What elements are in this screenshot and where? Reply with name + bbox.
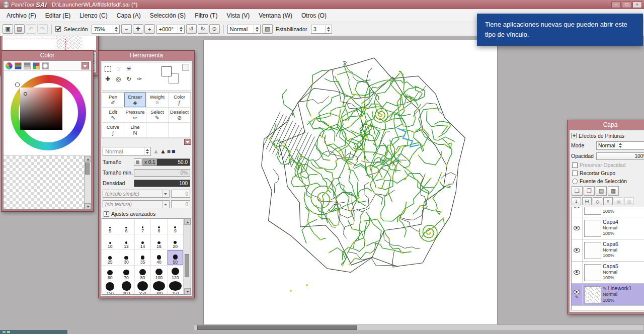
scrollbar-thumb[interactable]	[197, 325, 357, 330]
visibility-eye-icon[interactable]	[574, 248, 580, 253]
new-layer-button[interactable]: ❏	[572, 186, 583, 196]
zoom-select[interactable]: 75%	[92, 25, 120, 34]
brush-size-12[interactable]: 12	[118, 234, 134, 250]
magic-wand-icon[interactable]: ✳	[124, 64, 133, 73]
lasso-icon[interactable]: ◌	[114, 64, 123, 73]
tool-color[interactable]: Colorƒ	[169, 93, 191, 108]
brush-size-100[interactable]: 100	[151, 266, 167, 281]
brush-size-14[interactable]: 14	[135, 234, 151, 250]
zoom-out-button[interactable]: −	[121, 24, 132, 34]
tool-pressure[interactable]: Pressure✏	[124, 108, 146, 123]
brush-size-150[interactable]: 150	[102, 281, 118, 294]
brush-size-50[interactable]: 50	[168, 250, 184, 266]
eyedropper-icon[interactable]: ✑	[135, 74, 144, 84]
layer-option-2[interactable]: Fuente de Selección	[572, 178, 644, 185]
minimize-button[interactable]: –	[611, 2, 621, 8]
tool-curve[interactable]: Curveʃ	[102, 123, 124, 138]
layer-item-capa4[interactable]: Capa4Normal100%	[572, 217, 644, 239]
scroll-up-icon[interactable]	[184, 219, 191, 225]
tool-weight[interactable]: Weight≡	[146, 93, 169, 108]
brush-size-6[interactable]: 6	[118, 219, 134, 234]
menu-item-4[interactable]: Selección (S)	[145, 12, 190, 19]
color-mixer-tab[interactable]	[42, 62, 49, 69]
layer-item-capa6[interactable]: Capa6Normal100%	[572, 239, 644, 262]
rotate-reset-button[interactable]: ⊙	[209, 24, 220, 34]
menu-item-8[interactable]: Otros (O)	[297, 12, 331, 19]
title-bar[interactable]: PaintTool SAI D:\LauncherWLA\ffdsfdfsdf.…	[0, 0, 644, 9]
spinner-icon[interactable]	[254, 25, 260, 33]
scrollbar-thumb[interactable]	[85, 162, 90, 175]
maximize-button[interactable]: □	[622, 2, 631, 8]
brush-size-120[interactable]: 120	[168, 266, 184, 281]
texture-strength[interactable]: 0	[171, 200, 190, 208]
hsv-sliders-tab[interactable]	[24, 62, 31, 69]
brush-shape-select[interactable]: (círculo simple)	[103, 190, 170, 198]
rotate-canvas-icon[interactable]: ↻	[124, 74, 133, 84]
brush-size-9[interactable]: 9	[168, 219, 184, 234]
expand-icon[interactable]	[104, 211, 109, 217]
brush-size-60[interactable]: 60	[102, 266, 118, 281]
color-panel-title[interactable]: Color	[2, 51, 93, 60]
soft-tip-icon[interactable]: ▲	[153, 148, 159, 155]
size-unit-button[interactable]	[134, 158, 141, 166]
min-size-slider[interactable]: 0%	[134, 169, 190, 177]
brush-size-16[interactable]: 16	[151, 234, 167, 250]
layer-panel-title[interactable]: Capa	[568, 120, 644, 130]
density-slider[interactable]: 100	[134, 180, 190, 187]
layer-mode-select[interactable]: Normal	[596, 141, 644, 150]
brush-size-300[interactable]: 300	[151, 281, 167, 294]
layer-item-capa1[interactable]: Capa1Normal100%	[572, 207, 644, 217]
rect-select-icon[interactable]	[103, 64, 112, 73]
hard-tip-icon[interactable]: ▲	[160, 148, 166, 155]
scroll-down-icon[interactable]	[85, 203, 91, 209]
menu-item-7[interactable]: Ventana (W)	[254, 12, 297, 19]
clear-layer-button[interactable]: ◇	[593, 197, 602, 205]
new-linework-layer-button[interactable]: ❐	[584, 186, 595, 196]
tool-line[interactable]: LineN	[124, 123, 146, 138]
brush-size-80[interactable]: 80	[135, 266, 151, 281]
hue-marker[interactable]	[16, 83, 19, 87]
sv-marker[interactable]	[24, 92, 27, 96]
brush-size-350[interactable]: 350	[168, 281, 184, 294]
brush-size-8[interactable]: 8	[151, 219, 167, 234]
dark-tip-icon[interactable]: ■	[172, 148, 175, 155]
stabilizer-select[interactable]: 3	[311, 25, 332, 34]
delete-layer-button[interactable]: ×	[603, 197, 613, 205]
tool-eraser[interactable]: Eraser◈	[124, 93, 146, 108]
square-tip-icon[interactable]: ■	[167, 148, 171, 155]
transfer-down-button[interactable]: ↧	[572, 197, 581, 205]
zoom-fit-button[interactable]: ✚	[133, 24, 143, 34]
spinner-icon[interactable]	[325, 25, 332, 33]
layer-opacity-slider[interactable]: 100%	[596, 152, 644, 160]
canvas-horizontal-scrollbar[interactable]	[194, 324, 644, 331]
menu-item-0[interactable]: Archivo (F)	[2, 12, 41, 19]
layer-option-0[interactable]: Preservar Opacidad	[572, 161, 644, 169]
tool-select[interactable]: Select✎	[146, 108, 169, 123]
brush-size-250[interactable]: 250	[135, 281, 151, 294]
color-swatches-tab[interactable]	[33, 62, 40, 69]
brush-size-10[interactable]: 10	[102, 234, 118, 250]
checkbox-icon[interactable]	[572, 171, 578, 176]
panel-dropdown-icon[interactable]	[82, 62, 89, 69]
brush-size-40[interactable]: 40	[151, 250, 167, 266]
layer-item-linework1[interactable]: ✎✎Linework1Normal100%	[572, 284, 644, 306]
texture-select[interactable]: (sin textura)	[103, 200, 170, 208]
tool-panel-title[interactable]: Herramienta	[99, 51, 194, 60]
menu-item-2[interactable]: Lienzo (C)	[75, 12, 112, 19]
visibility-eye-icon[interactable]	[574, 270, 580, 275]
tool-scroll-down-icon[interactable]	[184, 139, 191, 145]
new-view-button[interactable]: ▣	[3, 24, 13, 34]
expand-icon[interactable]	[571, 133, 577, 138]
new-folder-button[interactable]: ▤	[596, 186, 607, 196]
brush-size-scrollbar[interactable]	[184, 219, 191, 294]
tool-edit[interactable]: Edit⇖	[102, 108, 124, 123]
menu-item-3[interactable]: Capa (A)	[112, 12, 145, 19]
layer-item-capa5[interactable]: Capa5Normal100%	[572, 262, 644, 284]
radio-icon[interactable]	[572, 179, 578, 184]
tool-deselect[interactable]: Deselect⊘	[169, 108, 191, 123]
rotate-cw-button[interactable]: ↻	[198, 24, 208, 34]
swap-colors-button[interactable]	[182, 64, 189, 71]
checkbox-icon[interactable]	[572, 162, 578, 168]
scratchpad-scrollbar[interactable]	[84, 156, 91, 209]
move-icon[interactable]: ✚	[103, 74, 112, 84]
